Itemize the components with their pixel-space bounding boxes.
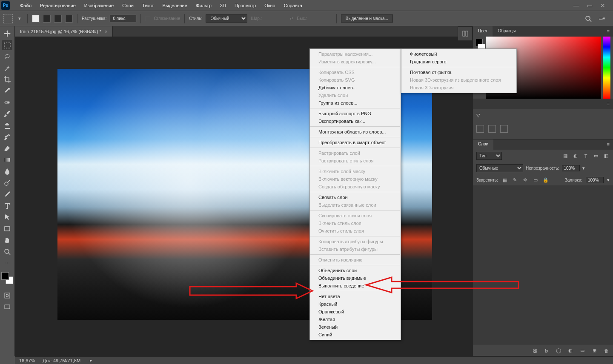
context-item[interactable]: Монтажная область из слоев... xyxy=(310,128,401,136)
fill-input[interactable] xyxy=(586,177,604,183)
menu-help[interactable]: Справка xyxy=(280,3,306,8)
close-tab-icon[interactable]: × xyxy=(105,29,107,34)
lock-pixels-icon[interactable]: ✎ xyxy=(512,176,518,183)
lock-artboard-icon[interactable]: ▭ xyxy=(532,176,539,183)
select-and-mask-button[interactable]: Выделение и маска... xyxy=(341,14,393,23)
healing-brush-tool-icon[interactable] xyxy=(2,97,12,108)
rectangle-tool-icon[interactable] xyxy=(2,224,12,234)
lock-position-icon[interactable]: ✥ xyxy=(522,176,529,183)
context-item[interactable]: Фиолетовый xyxy=(401,50,516,58)
menu-file[interactable]: Файл xyxy=(16,3,36,8)
workspace-switcher-icon[interactable]: ▭▾ xyxy=(599,15,605,22)
lock-all-icon[interactable]: 🔒 xyxy=(542,176,549,183)
context-item[interactable]: Объединить видимые xyxy=(310,274,401,282)
path-selection-tool-icon[interactable] xyxy=(2,212,12,222)
context-item[interactable]: Оранжевый xyxy=(310,308,401,316)
context-item[interactable]: Связать слои xyxy=(310,193,401,201)
tab-layers[interactable]: Слои xyxy=(473,139,493,150)
document-tab[interactable]: train-2181576.jpg @ 16,7% (RGB/8#) * × xyxy=(15,26,113,37)
new-layer-icon[interactable]: ⊞ xyxy=(591,347,598,354)
filter-shape-icon[interactable]: ▭ xyxy=(593,153,599,159)
menu-3d[interactable]: 3D xyxy=(216,3,230,8)
menu-filter[interactable]: Фильтр xyxy=(192,3,216,8)
context-item[interactable]: Объединить слои xyxy=(310,267,401,274)
tab-swatches[interactable]: Образцы xyxy=(493,26,521,37)
screen-mode-icon[interactable] xyxy=(2,302,12,312)
menu-layers[interactable]: Слои xyxy=(118,3,138,8)
lasso-tool-icon[interactable] xyxy=(2,51,12,62)
context-item[interactable]: Экспортировать как... xyxy=(310,117,401,125)
marquee-tool-icon[interactable] xyxy=(2,40,12,50)
collapsed-panel-icon[interactable] xyxy=(458,26,473,41)
menu-window[interactable]: Окно xyxy=(260,3,280,8)
add-selection-icon[interactable] xyxy=(43,15,51,23)
menu-text[interactable]: Текст xyxy=(138,3,158,8)
opacity-dropdown-icon[interactable]: ▾ xyxy=(582,165,585,171)
zoom-tool-icon[interactable] xyxy=(2,247,12,257)
active-tool-marquee-icon[interactable] xyxy=(3,14,13,23)
context-item[interactable]: Преобразовать в смарт-объект xyxy=(310,139,401,146)
doc-info[interactable]: Док: 49,7M/71,8M xyxy=(43,358,80,363)
hand-tool-icon[interactable] xyxy=(2,235,12,245)
filter-smart-icon[interactable]: ◧ xyxy=(603,153,610,159)
clone-stamp-tool-icon[interactable] xyxy=(2,120,12,131)
context-item[interactable]: Почтовая открытка xyxy=(401,68,516,76)
filter-pixel-icon[interactable]: ▦ xyxy=(562,153,569,159)
adjust-preset-icon[interactable] xyxy=(500,125,508,133)
dodge-tool-icon[interactable] xyxy=(2,178,12,188)
brush-tool-icon[interactable] xyxy=(2,109,12,119)
blend-mode-select[interactable]: Обычные xyxy=(476,164,523,172)
adjust-preset-icon[interactable] xyxy=(476,125,484,133)
context-item[interactable]: Нет цвета xyxy=(310,293,401,300)
filter-adjustment-icon[interactable]: ◐ xyxy=(572,153,579,159)
intersect-selection-icon[interactable] xyxy=(65,15,73,23)
opacity-input[interactable] xyxy=(562,165,580,171)
layer-mask-icon[interactable]: ◯ xyxy=(555,347,562,354)
close-icon[interactable]: ✕ xyxy=(600,2,605,9)
hue-slider[interactable] xyxy=(603,37,610,99)
feather-input[interactable] xyxy=(110,15,136,22)
search-icon[interactable] xyxy=(585,15,592,22)
context-item[interactable]: Желтая xyxy=(310,316,401,323)
lock-transparent-icon[interactable]: ▦ xyxy=(501,176,508,183)
history-brush-tool-icon[interactable] xyxy=(2,132,12,142)
context-item[interactable]: Выполнить сведение xyxy=(310,282,401,290)
menu-image[interactable]: Изображение xyxy=(80,3,118,8)
delete-layer-icon[interactable]: 🗑 xyxy=(603,347,610,354)
gradient-tool-icon[interactable] xyxy=(2,155,12,165)
eraser-tool-icon[interactable] xyxy=(2,143,12,154)
tab-color[interactable]: Цвет xyxy=(473,26,493,37)
menu-view[interactable]: Просмотр xyxy=(230,3,260,8)
adjust-icon[interactable]: ▽ xyxy=(476,113,480,118)
context-item[interactable]: Градации серого xyxy=(401,58,516,65)
text-tool-icon[interactable] xyxy=(2,201,12,211)
context-item[interactable]: Зеленый xyxy=(310,323,401,331)
menu-edit[interactable]: Редактирование xyxy=(36,3,80,8)
maximize-icon[interactable]: ▭ xyxy=(587,2,593,9)
doc-info-dropdown-icon[interactable]: ▸ xyxy=(90,358,92,363)
context-item[interactable]: Быстрый экспорт в PNG xyxy=(310,110,401,117)
quick-mask-icon[interactable] xyxy=(2,290,12,301)
edit-toolbar-icon[interactable]: ⋯ xyxy=(2,258,12,268)
zoom-level[interactable]: 16,67% xyxy=(19,358,35,363)
link-layers-icon[interactable]: ⛓ xyxy=(531,347,538,354)
eyedropper-tool-icon[interactable] xyxy=(2,86,12,96)
layer-list[interactable] xyxy=(473,185,613,345)
crop-tool-icon[interactable] xyxy=(2,74,12,85)
fill-dropdown-icon[interactable]: ▾ xyxy=(607,177,610,183)
panel-menu-icon[interactable]: ≡ xyxy=(604,99,613,109)
subtract-selection-icon[interactable] xyxy=(54,15,62,23)
pen-tool-icon[interactable] xyxy=(2,189,12,199)
layer-kind-select[interactable]: Тип xyxy=(476,152,502,160)
move-tool-icon[interactable] xyxy=(2,28,12,39)
magic-wand-tool-icon[interactable] xyxy=(2,63,12,73)
tool-preset-dropdown-icon[interactable]: ▾ xyxy=(16,15,23,22)
style-select[interactable]: Обычный xyxy=(206,14,247,23)
context-item[interactable]: Группа из слоев... xyxy=(310,99,401,107)
filter-text-icon[interactable]: T xyxy=(582,153,589,159)
panel-menu-icon[interactable]: ≡ xyxy=(604,26,613,37)
context-item[interactable]: Дубликат слоев... xyxy=(310,84,401,91)
context-item[interactable]: Синий xyxy=(310,331,401,338)
blur-tool-icon[interactable] xyxy=(2,166,12,176)
minimize-icon[interactable]: — xyxy=(573,2,579,9)
